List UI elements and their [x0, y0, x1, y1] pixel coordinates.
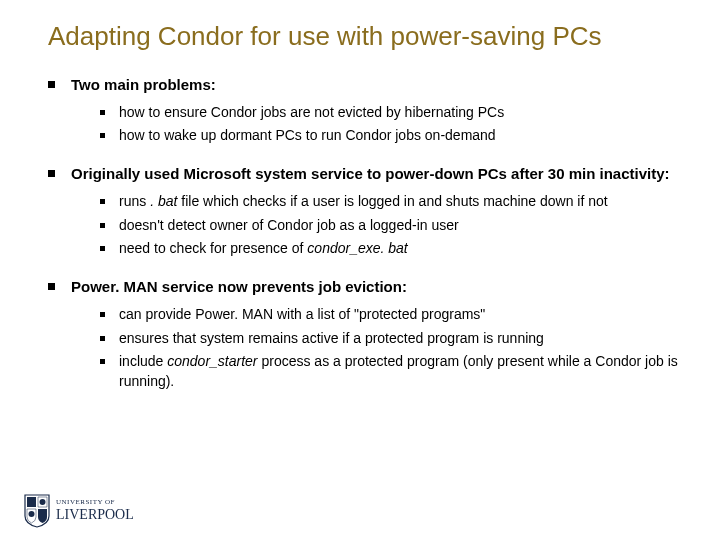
list-item-text: ensures that system remains active if a …: [119, 329, 544, 349]
bullet-icon: [48, 81, 55, 88]
list-item: ensures that system remains active if a …: [100, 329, 680, 349]
list-item-text: need to check for presence of condor_exe…: [119, 239, 408, 259]
list-item-text: can provide Power. MAN with a list of "p…: [119, 305, 485, 325]
list-item: can provide Power. MAN with a list of "p…: [100, 305, 680, 325]
logo-text: UNIVERSITY OF LIVERPOOL: [56, 499, 134, 522]
bullet-icon: [100, 336, 105, 341]
section-2: Originally used Microsoft system service…: [48, 164, 680, 259]
bullet-icon: [100, 133, 105, 138]
list-item: runs . bat file which checks if a user i…: [100, 192, 680, 212]
list-item-text: how to wake up dormant PCs to run Condor…: [119, 126, 496, 146]
section-heading: Two main problems:: [71, 75, 216, 95]
svg-point-0: [40, 499, 46, 505]
bullet-icon: [100, 110, 105, 115]
slide-title: Adapting Condor for use with power-savin…: [48, 20, 680, 53]
list-item-text: include condor_starter process as a prot…: [119, 352, 680, 391]
bullet-icon: [100, 246, 105, 251]
list-item: include condor_starter process as a prot…: [100, 352, 680, 391]
university-logo: UNIVERSITY OF LIVERPOOL: [24, 494, 134, 528]
section-1: Two main problems: how to ensure Condor …: [48, 75, 680, 146]
bullet-icon: [100, 199, 105, 204]
shield-icon: [24, 494, 50, 528]
bullet-icon: [48, 283, 55, 290]
bullet-icon: [48, 170, 55, 177]
list-item-text: how to ensure Condor jobs are not evicte…: [119, 103, 504, 123]
svg-point-1: [29, 511, 35, 517]
list-item-text: doesn't detect owner of Condor job as a …: [119, 216, 459, 236]
bullet-icon: [100, 359, 105, 364]
list-item: how to ensure Condor jobs are not evicte…: [100, 103, 680, 123]
section-3: Power. MAN service now prevents job evic…: [48, 277, 680, 392]
bullet-icon: [100, 312, 105, 317]
section-heading: Originally used Microsoft system service…: [71, 164, 670, 184]
bullet-icon: [100, 223, 105, 228]
list-item-text: runs . bat file which checks if a user i…: [119, 192, 608, 212]
list-item: need to check for presence of condor_exe…: [100, 239, 680, 259]
section-heading: Power. MAN service now prevents job evic…: [71, 277, 407, 297]
list-item: doesn't detect owner of Condor job as a …: [100, 216, 680, 236]
list-item: how to wake up dormant PCs to run Condor…: [100, 126, 680, 146]
